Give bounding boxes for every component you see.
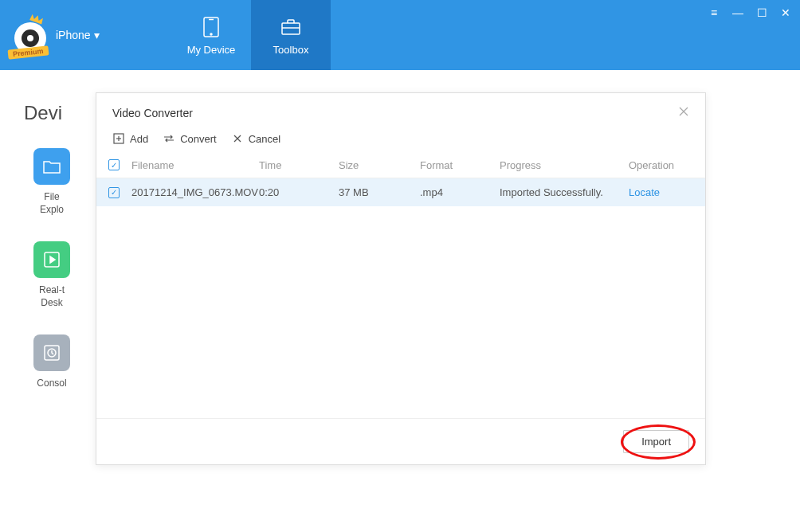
- close-icon[interactable]: ✕: [779, 6, 792, 19]
- col-progress: Progress: [500, 158, 629, 173]
- svg-rect-3: [282, 23, 300, 34]
- table-row[interactable]: ✓ 20171214_IMG_0673.MOV 0:20 37 MB .mp4 …: [96, 178, 705, 206]
- add-button[interactable]: Add: [112, 132, 148, 145]
- folder-icon: [33, 148, 70, 185]
- device-label: iPhone: [56, 29, 91, 41]
- tab-label: My Device: [187, 44, 236, 56]
- convert-button[interactable]: Convert: [163, 132, 217, 145]
- import-button[interactable]: Import: [623, 430, 689, 453]
- col-size: Size: [339, 158, 420, 173]
- modal-titlebar: Video Converter: [96, 93, 705, 129]
- app-header: Premium iPhone ▾ My Device Toolbox ≡: [0, 0, 800, 70]
- tool-console[interactable]: Consol: [24, 334, 80, 390]
- cell-progress: Imported Successfully.: [500, 186, 629, 198]
- cell-time: 0:20: [259, 186, 339, 198]
- modal-title-text: Video Converter: [112, 107, 193, 119]
- window-controls: ≡ — ☐ ✕: [708, 6, 792, 19]
- app-logo: Premium: [6, 11, 54, 59]
- logo-section: Premium iPhone ▾: [0, 0, 171, 70]
- device-selector[interactable]: iPhone ▾: [56, 29, 100, 41]
- tool-label: Real-t Desk: [39, 284, 65, 309]
- tool-label: File Explo: [40, 191, 64, 216]
- close-icon[interactable]: [678, 104, 689, 121]
- cell-format: .mp4: [420, 186, 500, 198]
- cancel-button[interactable]: Cancel: [231, 132, 280, 145]
- toolbox-icon: [276, 15, 305, 39]
- cell-filename: 20171214_IMG_0673.MOV: [131, 186, 259, 198]
- x-icon: [231, 132, 244, 145]
- col-filename: Filename: [131, 158, 259, 173]
- table-header: ✓ Filename Time Size Format Progress Ope…: [96, 153, 705, 178]
- tab-label: Toolbox: [273, 44, 309, 56]
- modal-footer: Import: [96, 418, 705, 464]
- play-icon: [33, 241, 70, 278]
- chevron-down-icon: ▾: [94, 29, 100, 41]
- row-checkbox[interactable]: ✓: [108, 187, 120, 198]
- col-format: Format: [420, 158, 500, 173]
- cell-size: 37 MB: [339, 186, 420, 198]
- clock-icon: [33, 334, 70, 371]
- tab-toolbox[interactable]: Toolbox: [251, 0, 331, 70]
- minimize-icon[interactable]: —: [731, 6, 744, 19]
- menu-icon[interactable]: ≡: [708, 6, 720, 19]
- locate-link[interactable]: Locate: [629, 186, 707, 198]
- modal-toolbar: Add Convert Cancel: [96, 129, 705, 153]
- video-converter-modal: Video Converter Add: [96, 92, 706, 465]
- plus-icon: [112, 132, 125, 145]
- select-all-checkbox[interactable]: ✓: [108, 159, 120, 170]
- premium-badge: Premium: [8, 45, 49, 59]
- maximize-icon[interactable]: ☐: [755, 6, 768, 19]
- file-table: ✓ Filename Time Size Format Progress Ope…: [96, 153, 705, 418]
- tablet-icon: [197, 15, 225, 39]
- tool-realtime-desk[interactable]: Real-t Desk: [24, 241, 80, 309]
- col-time: Time: [259, 158, 339, 173]
- tool-label: Consol: [37, 377, 66, 390]
- swap-icon: [163, 132, 175, 145]
- col-operation: Operation: [629, 158, 707, 173]
- tool-file-explorer[interactable]: File Explo: [24, 148, 80, 216]
- svg-point-1: [210, 33, 212, 35]
- tab-my-device[interactable]: My Device: [171, 0, 251, 70]
